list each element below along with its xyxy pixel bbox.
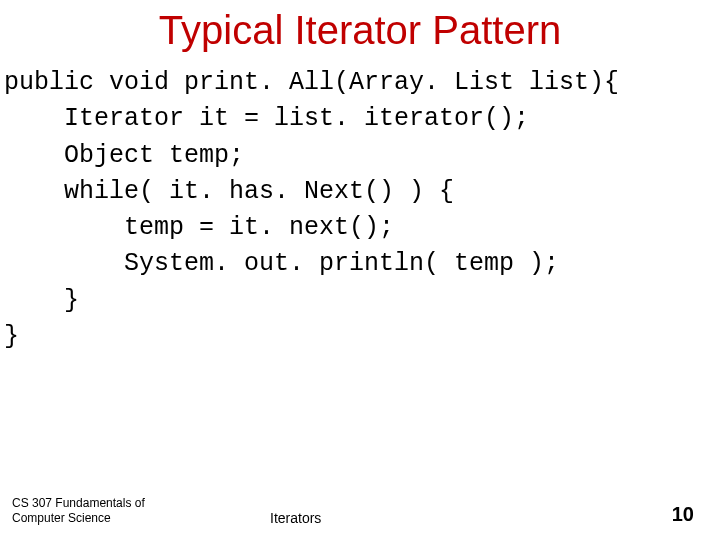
footer: CS 307 Fundamentals of Computer Science … [0,496,720,526]
footer-course: CS 307 Fundamentals of Computer Science [0,496,240,526]
slide: Typical Iterator Pattern public void pri… [0,0,720,540]
code-block: public void print. All(Array. List list)… [0,65,720,355]
footer-topic: Iterators [240,510,640,526]
slide-title: Typical Iterator Pattern [0,8,720,53]
code-line: Iterator it = list. iterator(); [4,104,529,133]
code-line: System. out. println( temp ); [4,249,559,278]
code-line: temp = it. next(); [4,213,394,242]
code-line: } [4,322,19,351]
code-line: while( it. has. Next() ) { [4,177,454,206]
code-line: } [4,286,79,315]
page-number: 10 [640,503,720,526]
footer-course-line2: Computer Science [12,511,240,526]
footer-course-line1: CS 307 Fundamentals of [12,496,240,511]
code-line: Object temp; [4,141,244,170]
code-line: public void print. All(Array. List list)… [4,68,619,97]
